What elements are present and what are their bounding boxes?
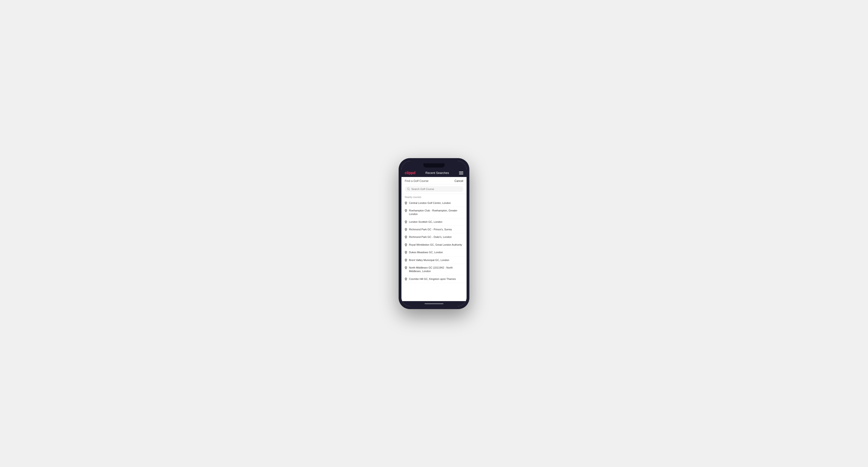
course-name: Richmond Park GC - Prince's, Surrey xyxy=(409,228,452,231)
course-name: Royal Wimbledon GC, Great London Authori… xyxy=(409,243,462,247)
course-list-item[interactable]: Coombe Hill GC, Kingston upon Thames xyxy=(401,275,467,283)
svg-line-1 xyxy=(409,189,410,190)
pin-icon xyxy=(405,220,407,224)
app-header: clippd Recent Searches xyxy=(401,169,467,177)
cancel-button[interactable]: Cancel xyxy=(455,179,463,183)
pin-icon xyxy=(405,266,407,270)
course-name: Dukes Meadows GC, London xyxy=(409,251,443,254)
notch-bar xyxy=(401,161,467,169)
course-list-item[interactable]: Dukes Meadows GC, London xyxy=(401,249,467,256)
course-list-item[interactable]: North Middlesex GC (1011942 - North Midd… xyxy=(401,264,467,275)
hamburger-line-1 xyxy=(459,172,463,172)
pin-icon xyxy=(405,259,407,262)
course-list: Central London Golf Centre, London Roeha… xyxy=(401,199,467,283)
app-content: Find a Golf Course Cancel Nearby courses xyxy=(401,177,467,301)
nearby-section: Nearby courses Central London Golf Centr… xyxy=(401,194,467,301)
svg-point-0 xyxy=(407,188,409,190)
course-name: London Scottish GC, London xyxy=(409,220,442,224)
pin-icon xyxy=(405,228,407,231)
search-icon xyxy=(407,188,410,190)
hamburger-line-3 xyxy=(459,174,463,175)
course-list-item[interactable]: London Scottish GC, London xyxy=(401,218,467,226)
pin-icon xyxy=(405,251,407,254)
course-name: Richmond Park GC - Duke's, London xyxy=(409,235,452,239)
course-name: North Middlesex GC (1011942 - North Midd… xyxy=(409,266,463,273)
search-input-wrapper xyxy=(405,186,463,192)
course-name: Roehampton Club - Roehampton, Greater Lo… xyxy=(409,209,463,216)
course-name: Coombe Hill GC, Kingston upon Thames xyxy=(409,277,456,281)
menu-button[interactable] xyxy=(459,172,463,175)
find-title: Find a Golf Course xyxy=(405,179,429,183)
search-container xyxy=(401,184,467,194)
phone-frame: clippd Recent Searches Find a Golf Cours… xyxy=(399,158,469,309)
pin-icon xyxy=(405,278,407,281)
notch xyxy=(423,163,445,167)
course-list-item[interactable]: Brent Valley Municipal GC, London xyxy=(401,256,467,264)
course-name: Central London Golf Centre, London xyxy=(409,201,451,205)
hamburger-line-2 xyxy=(459,173,463,173)
pin-icon xyxy=(405,201,407,205)
phone-screen: clippd Recent Searches Find a Golf Cours… xyxy=(401,161,467,306)
home-bar xyxy=(425,303,443,304)
header-title: Recent Searches xyxy=(426,171,449,175)
app-logo: clippd xyxy=(405,171,415,175)
home-indicator xyxy=(401,301,467,306)
course-name: Brent Valley Municipal GC, London xyxy=(409,258,449,262)
course-list-item[interactable]: Roehampton Club - Roehampton, Greater Lo… xyxy=(401,207,467,218)
course-list-item[interactable]: Richmond Park GC - Prince's, Surrey xyxy=(401,226,467,234)
course-list-item[interactable]: Central London Golf Centre, London xyxy=(401,199,467,207)
search-input[interactable] xyxy=(411,188,461,190)
nearby-label: Nearby courses xyxy=(401,194,467,199)
course-list-item[interactable]: Royal Wimbledon GC, Great London Authori… xyxy=(401,241,467,249)
find-header: Find a Golf Course Cancel xyxy=(401,177,467,184)
pin-icon xyxy=(405,243,407,247)
pin-icon xyxy=(405,209,407,212)
pin-icon xyxy=(405,236,407,239)
course-list-item[interactable]: Richmond Park GC - Duke's, London xyxy=(401,234,467,241)
